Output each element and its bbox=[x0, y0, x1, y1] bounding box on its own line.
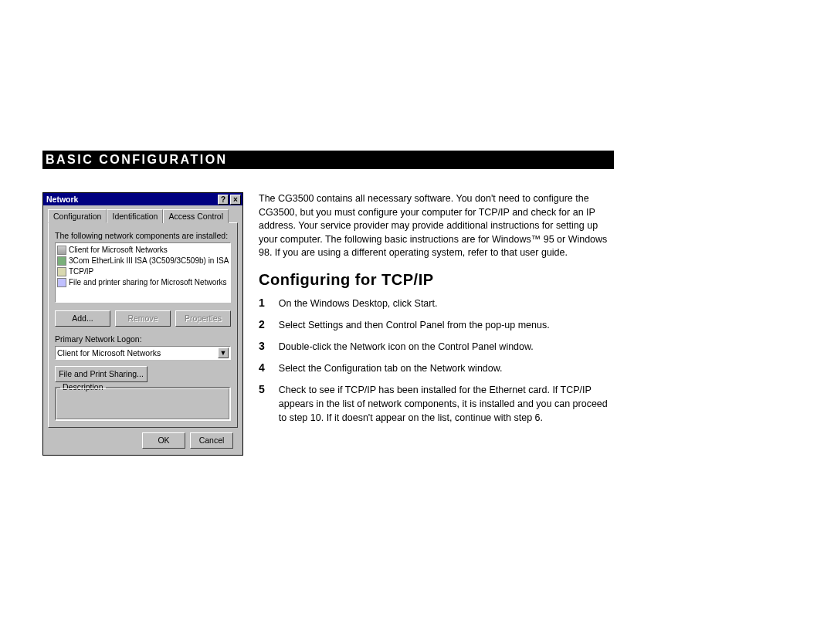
step-text: Select Settings and then Control Panel f… bbox=[279, 318, 614, 340]
step-text: Double-click the Network icon on the Con… bbox=[279, 340, 614, 361]
section-header: BASIC CONFIGURATION bbox=[42, 151, 614, 169]
titlebar: Network ? × bbox=[43, 193, 242, 205]
step-text: Check to see if TCP/IP has been installe… bbox=[279, 383, 614, 432]
step-number: 1 bbox=[259, 297, 279, 318]
step-number: 5 bbox=[259, 383, 279, 432]
adapter-icon bbox=[57, 256, 66, 266]
subheading: Configuring for TCP/IP bbox=[259, 271, 614, 289]
cancel-button[interactable]: Cancel bbox=[190, 432, 233, 449]
tab-configuration[interactable]: Configuration bbox=[48, 209, 107, 223]
help-button[interactable]: ? bbox=[218, 195, 229, 205]
section-header-text: BASIC CONFIGURATION bbox=[46, 153, 228, 166]
intro-paragraph: The CG3500 contains all necessary softwa… bbox=[259, 192, 614, 260]
tab-panel: The following network components are ins… bbox=[48, 222, 238, 428]
close-button[interactable]: × bbox=[230, 195, 241, 205]
primary-logon-value: Client for Microsoft Networks bbox=[57, 348, 161, 358]
ok-button[interactable]: OK bbox=[142, 432, 185, 449]
steps-list: 1On the Windows Desktop, click Start. 2S… bbox=[259, 297, 614, 433]
primary-logon-combo[interactable]: Client for Microsoft Networks ▼ bbox=[55, 346, 231, 360]
step-number: 2 bbox=[259, 318, 279, 340]
network-dialog: Network ? × Configuration Identification… bbox=[42, 192, 243, 456]
list-item[interactable]: Client for Microsoft Networks bbox=[57, 245, 229, 256]
components-label: The following network components are ins… bbox=[55, 231, 231, 240]
step-text: Select the Configuration tab on the Netw… bbox=[279, 361, 614, 383]
step-text: On the Windows Desktop, click Start. bbox=[279, 297, 614, 318]
list-item[interactable]: TCP/IP bbox=[57, 266, 229, 277]
client-icon bbox=[57, 246, 66, 255]
description-legend: Description bbox=[60, 382, 106, 391]
screenshot-figure: Network ? × Configuration Identification… bbox=[42, 192, 243, 456]
tab-identification[interactable]: Identification bbox=[107, 209, 163, 223]
list-item[interactable]: File and printer sharing for Microsoft N… bbox=[57, 277, 229, 288]
step-number: 4 bbox=[259, 361, 279, 383]
add-button[interactable]: Add... bbox=[55, 310, 110, 327]
description-groupbox: Description bbox=[55, 387, 231, 421]
chevron-down-icon[interactable]: ▼ bbox=[218, 347, 229, 358]
protocol-icon bbox=[57, 267, 66, 276]
body-text-column: The CG3500 contains all necessary softwa… bbox=[259, 192, 614, 456]
list-item[interactable]: 3Com EtherLink III ISA (3C509/3C509b) in… bbox=[57, 256, 229, 266]
tab-access-control[interactable]: Access Control bbox=[163, 209, 229, 223]
properties-button: Properties bbox=[175, 310, 231, 327]
remove-button: Remove bbox=[115, 310, 171, 327]
file-print-sharing-button[interactable]: File and Print Sharing... bbox=[55, 366, 147, 382]
components-listbox[interactable]: Client for Microsoft Networks 3Com Ether… bbox=[55, 242, 231, 303]
primary-logon-label: Primary Network Logon: bbox=[55, 334, 231, 344]
step-number: 3 bbox=[259, 340, 279, 361]
tabstrip: Configuration Identification Access Cont… bbox=[48, 209, 238, 223]
window-title: Network bbox=[46, 195, 216, 204]
service-icon bbox=[57, 278, 66, 287]
